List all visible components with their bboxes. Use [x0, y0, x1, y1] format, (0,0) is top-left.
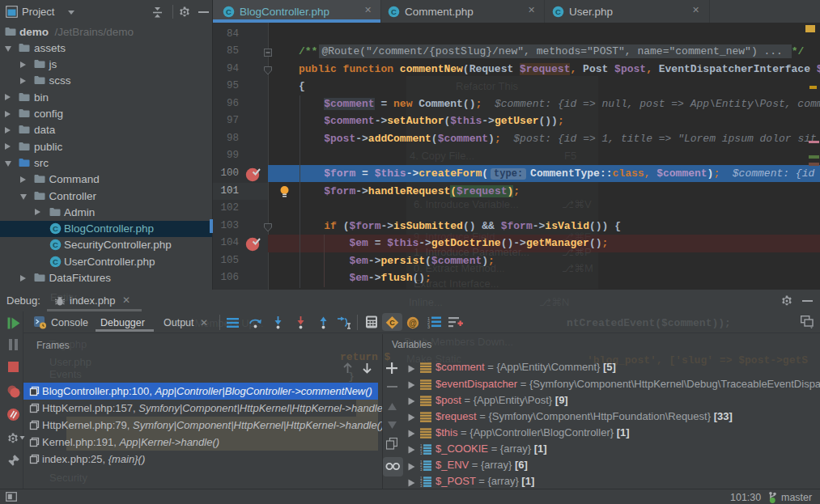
svg-text:C: C [226, 7, 232, 16]
svg-text:3: 3 [427, 324, 430, 328]
svg-text:C: C [53, 224, 58, 233]
svg-text:C: C [391, 7, 397, 16]
svg-text:C: C [389, 319, 395, 327]
svg-text:C: C [53, 240, 58, 249]
svg-text:C: C [555, 7, 561, 16]
svg-text:@: @ [409, 319, 417, 328]
svg-text:C: C [53, 257, 58, 266]
svg-text:3: 3 [420, 484, 423, 487]
svg-text:3: 3 [420, 468, 423, 471]
svg-text:3: 3 [420, 451, 423, 455]
